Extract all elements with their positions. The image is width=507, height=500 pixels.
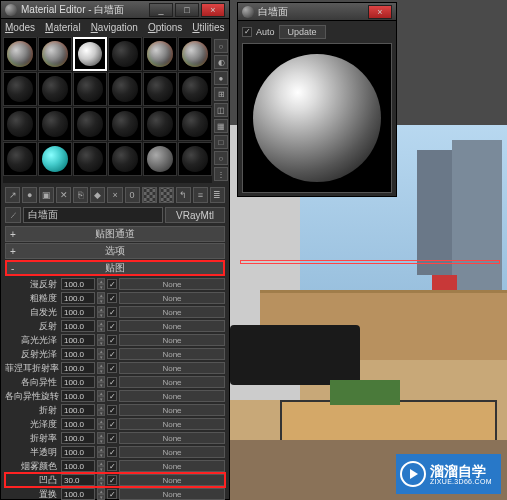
map-slot-button[interactable]: None	[119, 278, 225, 290]
select-by-material-icon[interactable]: ○	[214, 151, 228, 165]
spinner-down-icon[interactable]: ▾	[97, 382, 105, 388]
material-slot[interactable]	[38, 107, 72, 141]
auto-checkbox[interactable]	[242, 27, 252, 37]
material-slot[interactable]	[38, 37, 72, 71]
rollout-maps[interactable]: - 贴图	[5, 260, 225, 276]
map-amount-spinner[interactable]: 100.0	[61, 488, 95, 500]
map-enable-checkbox[interactable]	[107, 419, 117, 429]
map-enable-checkbox[interactable]	[107, 293, 117, 303]
map-amount-spinner[interactable]: 100.0	[61, 446, 95, 458]
backlight-icon[interactable]: ◐	[214, 55, 228, 69]
map-amount-spinner[interactable]: 100.0	[61, 292, 95, 304]
map-amount-spinner[interactable]: 100.0	[61, 334, 95, 346]
spinner-down-icon[interactable]: ▾	[97, 452, 105, 458]
map-enable-checkbox[interactable]	[107, 363, 117, 373]
material-slot[interactable]	[143, 107, 177, 141]
menu-material[interactable]: Material	[45, 22, 81, 33]
spinner-down-icon[interactable]: ▾	[97, 340, 105, 346]
map-slot-button[interactable]: None	[119, 334, 225, 346]
menu-options[interactable]: Options	[148, 22, 182, 33]
map-slot-button[interactable]: None	[119, 460, 225, 472]
material-slot[interactable]	[3, 142, 37, 176]
map-enable-checkbox[interactable]	[107, 307, 117, 317]
reset-map-icon[interactable]: ✕	[56, 187, 71, 203]
map-slot-button[interactable]: None	[119, 376, 225, 388]
map-slot-button[interactable]: None	[119, 446, 225, 458]
map-slot-button[interactable]: None	[119, 474, 225, 486]
map-slot-button[interactable]: None	[119, 306, 225, 318]
map-amount-spinner[interactable]: 100.0	[61, 278, 95, 290]
map-slot-button[interactable]: None	[119, 432, 225, 444]
map-slot-button[interactable]: None	[119, 320, 225, 332]
material-slot[interactable]	[178, 142, 212, 176]
maximize-button[interactable]: □	[175, 3, 199, 17]
map-slot-button[interactable]: None	[119, 348, 225, 360]
material-slot[interactable]	[3, 72, 37, 106]
spinner-down-icon[interactable]: ▾	[97, 396, 105, 402]
material-slot[interactable]	[73, 142, 107, 176]
spinner-down-icon[interactable]: ▾	[97, 368, 105, 374]
material-type-button[interactable]: VRayMtl	[165, 207, 225, 223]
make-copy-icon[interactable]: ⎘	[73, 187, 88, 203]
spinner-down-icon[interactable]: ▾	[97, 480, 105, 486]
map-amount-spinner[interactable]: 100.0	[61, 390, 95, 402]
map-amount-spinner[interactable]: 30.0	[61, 474, 95, 486]
minimize-button[interactable]: _	[149, 3, 173, 17]
go-forward-icon[interactable]: ≡	[193, 187, 208, 203]
material-slot[interactable]	[178, 37, 212, 71]
map-amount-spinner[interactable]: 100.0	[61, 306, 95, 318]
map-enable-checkbox[interactable]	[107, 279, 117, 289]
map-enable-checkbox[interactable]	[107, 475, 117, 485]
menu-modes[interactable]: Modes	[5, 22, 35, 33]
map-amount-spinner[interactable]: 100.0	[61, 362, 95, 374]
material-slot[interactable]	[73, 107, 107, 141]
menu-utilities[interactable]: Utilities	[192, 22, 224, 33]
map-enable-checkbox[interactable]	[107, 377, 117, 387]
material-slot-active[interactable]	[73, 37, 107, 71]
spinner-down-icon[interactable]: ▾	[97, 438, 105, 444]
material-id-icon[interactable]: 0	[125, 187, 140, 203]
spinner-down-icon[interactable]: ▾	[97, 312, 105, 318]
show-map-icon[interactable]	[142, 187, 157, 203]
map-enable-checkbox[interactable]	[107, 349, 117, 359]
map-enable-checkbox[interactable]	[107, 447, 117, 457]
map-amount-spinner[interactable]: 100.0	[61, 320, 95, 332]
map-enable-checkbox[interactable]	[107, 433, 117, 443]
map-amount-spinner[interactable]: 100.0	[61, 376, 95, 388]
rollout-channel[interactable]: + 贴图通道	[5, 226, 225, 242]
show-end-result-icon[interactable]	[159, 187, 174, 203]
material-slot[interactable]	[143, 37, 177, 71]
make-unique-icon[interactable]: ◆	[90, 187, 105, 203]
map-slot-button[interactable]: None	[119, 390, 225, 402]
map-enable-checkbox[interactable]	[107, 391, 117, 401]
material-slot[interactable]	[108, 107, 142, 141]
map-amount-spinner[interactable]: 100.0	[61, 418, 95, 430]
material-name-input[interactable]	[23, 207, 163, 223]
rollout-options[interactable]: + 选项	[5, 243, 225, 259]
map-enable-checkbox[interactable]	[107, 321, 117, 331]
options-icon[interactable]: □	[214, 135, 228, 149]
assign-to-selection-icon[interactable]: ▣	[39, 187, 54, 203]
menu-navigation[interactable]: Navigation	[91, 22, 138, 33]
spinner-down-icon[interactable]: ▾	[97, 466, 105, 472]
eyedropper-icon[interactable]: ⟋	[5, 207, 21, 223]
map-amount-spinner[interactable]: 100.0	[61, 404, 95, 416]
material-slot[interactable]	[3, 37, 37, 71]
video-check-icon[interactable]: ◫	[214, 103, 228, 117]
spinner-down-icon[interactable]: ▾	[97, 354, 105, 360]
map-amount-spinner[interactable]: 100.0	[61, 432, 95, 444]
material-list-icon[interactable]: ⋮	[214, 167, 228, 181]
map-slot-button[interactable]: None	[119, 418, 225, 430]
material-slot[interactable]	[38, 72, 72, 106]
material-slot[interactable]	[178, 107, 212, 141]
map-enable-checkbox[interactable]	[107, 489, 117, 499]
map-enable-checkbox[interactable]	[107, 461, 117, 471]
sample-type-icon[interactable]: ○	[214, 39, 228, 53]
spinner-down-icon[interactable]: ▾	[97, 298, 105, 304]
titlebar[interactable]: Material Editor - 白墙面 _ □ ×	[1, 1, 229, 19]
map-amount-spinner[interactable]: 100.0	[61, 460, 95, 472]
preview-titlebar[interactable]: 白墙面 ×	[238, 3, 396, 21]
close-button[interactable]: ×	[368, 5, 392, 19]
background-icon[interactable]: ●	[214, 71, 228, 85]
material-slot[interactable]	[73, 72, 107, 106]
